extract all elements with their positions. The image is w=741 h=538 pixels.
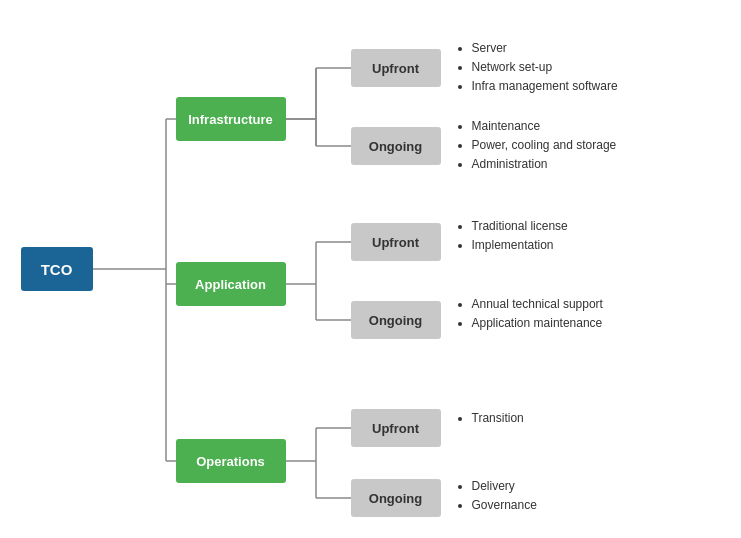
label-ops-upfront: Upfront <box>351 409 441 447</box>
tco-box: TCO <box>21 247 93 291</box>
label-app-upfront: Upfront <box>351 223 441 261</box>
label-infra-ongoing: Ongoing <box>351 127 441 165</box>
connector-lines <box>11 9 731 529</box>
label-app-ongoing: Ongoing <box>351 301 441 339</box>
bullets-app-upfront: Traditional license Implementation <box>456 217 568 255</box>
category-application: Application <box>176 262 286 306</box>
bullets-ops-upfront: Transition <box>456 409 524 428</box>
label-infra-upfront: Upfront <box>351 49 441 87</box>
category-infrastructure: Infrastructure <box>176 97 286 141</box>
tco-diagram: TCO Infrastructure Application Operation… <box>11 9 731 529</box>
bullets-app-ongoing: Annual technical support Application mai… <box>456 295 603 333</box>
bullets-infra-upfront: Server Network set-up Infra management s… <box>456 39 618 97</box>
category-operations: Operations <box>176 439 286 483</box>
bullets-ops-ongoing: Delivery Governance <box>456 477 537 515</box>
bullets-infra-ongoing: Maintenance Power, cooling and storage A… <box>456 117 617 175</box>
label-ops-ongoing: Ongoing <box>351 479 441 517</box>
